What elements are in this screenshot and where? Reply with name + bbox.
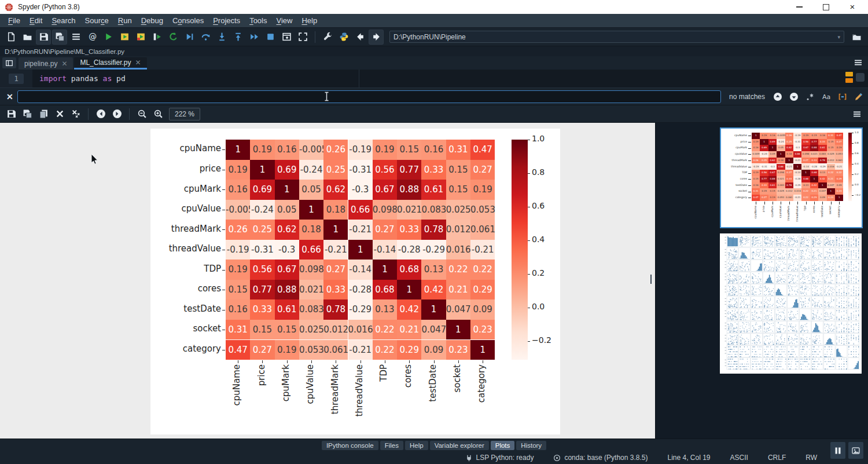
save-button[interactable] <box>36 30 51 45</box>
browse-tabs-button[interactable] <box>2 57 16 68</box>
code-editor[interactable]: 1 import pandas as pd <box>0 70 868 88</box>
back-button[interactable] <box>352 30 367 45</box>
menu-view[interactable]: View <box>271 14 297 27</box>
tab-close-icon[interactable]: ✕ <box>135 59 141 67</box>
plots-options-menu-icon[interactable] <box>852 109 862 119</box>
axis-tick <box>222 210 225 210</box>
save-plot-button[interactable] <box>3 107 19 122</box>
pane-tab-plots[interactable]: Plots <box>491 441 515 450</box>
new-window-button[interactable] <box>279 30 294 45</box>
minimize-button[interactable] <box>795 3 803 11</box>
splitter-handle[interactable] <box>650 275 652 284</box>
replace-button[interactable] <box>854 92 863 101</box>
heatmap-cell: 0.016 <box>793 188 801 195</box>
menu-file[interactable]: File <box>3 14 25 27</box>
image-button[interactable] <box>848 442 863 459</box>
debug-step-into-button[interactable] <box>214 30 229 45</box>
file-switcher-button[interactable] <box>68 30 83 45</box>
open-file-button[interactable] <box>20 30 35 45</box>
previous-plot-button[interactable] <box>93 107 108 122</box>
editor-options-menu-icon[interactable] <box>853 58 863 67</box>
maximize-button[interactable] <box>822 3 830 11</box>
close-all-plots-button[interactable] <box>68 107 83 122</box>
new-window-icon <box>282 32 292 42</box>
menu-help[interactable]: Help <box>297 14 322 27</box>
colorbar-tick-label: 0.8 <box>855 141 859 144</box>
heatmap-row-label: cpuValue <box>721 152 747 155</box>
heatmap-cell: 1 <box>323 220 348 240</box>
dropdown-caret-icon: ▾ <box>837 34 840 40</box>
run-cell-button[interactable] <box>117 30 132 45</box>
pythonpath-manager-button[interactable] <box>336 30 351 45</box>
run-file-button[interactable] <box>101 30 116 45</box>
save-all-button[interactable] <box>52 30 67 45</box>
zoom-in-button[interactable] <box>150 107 165 122</box>
next-plot-icon <box>112 109 122 119</box>
pane-tab-variable-explorer[interactable]: Variable explorer <box>430 441 489 450</box>
axis-tick <box>222 310 225 310</box>
pane-tab-help[interactable]: Help <box>405 441 428 450</box>
editor-tab-pipeline-py[interactable]: pipeline.py✕ <box>19 57 73 70</box>
heatmap-cell: 0.66 <box>793 151 801 158</box>
editor-tab-ml-classifier-py[interactable]: ML_Classifier.py✕ <box>74 57 146 70</box>
close-all-plots-icon <box>71 109 81 119</box>
heatmap-cell: 0.47 <box>835 133 843 139</box>
debug-step-over-button[interactable] <box>198 30 213 45</box>
pause-button[interactable] <box>830 442 845 459</box>
new-file-button[interactable] <box>3 30 19 45</box>
close-find-icon[interactable]: ✕ <box>5 92 15 101</box>
menu-run[interactable]: Run <box>113 14 137 27</box>
search-input[interactable] <box>17 90 721 103</box>
debug-continue-button[interactable] <box>182 30 197 45</box>
thumbnail-pairplot[interactable] <box>720 233 862 374</box>
find-symbols-icon: @ <box>87 32 97 42</box>
axis-tick <box>483 360 483 363</box>
restart-kernel-button[interactable] <box>165 30 181 45</box>
copy-plot-button[interactable] <box>36 107 51 122</box>
find-next-button[interactable] <box>789 92 799 101</box>
stop-button[interactable] <box>263 30 278 45</box>
pane-tab-history[interactable]: History <box>516 441 546 450</box>
close-button[interactable]: × <box>848 3 856 11</box>
pane-tab-ipython-console[interactable]: IPython console <box>322 441 378 450</box>
menu-projects[interactable]: Projects <box>208 14 245 27</box>
menu-search[interactable]: Search <box>47 14 80 27</box>
heatmap-cell: 0.66 <box>348 200 373 220</box>
heatmap-cell: 0.26 <box>323 140 348 160</box>
heatmap-cell: 0.62 <box>785 145 793 151</box>
rerun-cell-button[interactable] <box>133 30 148 45</box>
heatmap-cell: 0.77 <box>397 160 421 180</box>
menu-source[interactable]: Source <box>80 14 113 27</box>
debug-step-out-button[interactable] <box>230 30 245 45</box>
code-line[interactable]: import pandas as pd <box>32 70 868 87</box>
forward-button[interactable] <box>369 30 384 45</box>
parent-directory-button[interactable] <box>864 30 868 45</box>
browse-directory-button[interactable] <box>849 30 864 45</box>
run-selection-button[interactable] <box>149 30 164 45</box>
menu-edit[interactable]: Edit <box>25 14 47 27</box>
zoom-out-button[interactable] <box>134 107 149 122</box>
menu-consoles[interactable]: Consoles <box>168 14 208 27</box>
close-plot-button[interactable] <box>52 107 67 122</box>
fullscreen-button[interactable] <box>295 30 310 45</box>
debug-step-out-icon <box>233 32 243 42</box>
preferences-button[interactable] <box>320 30 335 45</box>
heatmap-cell: 0.69 <box>760 145 768 151</box>
find-previous-button[interactable] <box>773 92 782 101</box>
regex-button[interactable] <box>806 92 815 101</box>
colorbar-tick <box>852 174 854 175</box>
next-plot-button[interactable] <box>109 107 124 122</box>
menu-debug[interactable]: Debug <box>137 14 168 27</box>
find-symbols-button[interactable]: @ <box>84 30 100 45</box>
debug-fast-forward-button[interactable] <box>247 30 262 45</box>
working-directory-combobox[interactable]: D:\PythonRUN\Pipeline ▾ <box>389 31 844 43</box>
thumbnail-heatmap[interactable]: 10.190.16-0.00550.26-0.190.190.150.160.3… <box>720 127 863 228</box>
save-all-plots-button[interactable] <box>20 107 35 122</box>
whole-words-button[interactable] <box>838 92 847 101</box>
pane-tab-files[interactable]: Files <box>380 441 403 450</box>
case-sensitive-button[interactable]: Aa <box>822 92 831 101</box>
menu-tools[interactable]: Tools <box>245 14 271 27</box>
tab-close-icon[interactable]: ✕ <box>61 60 67 68</box>
plot-zoom-level[interactable]: 222 % <box>169 108 200 120</box>
interpreter-status[interactable]: conda: base (Python 3.8.5) <box>553 454 648 462</box>
